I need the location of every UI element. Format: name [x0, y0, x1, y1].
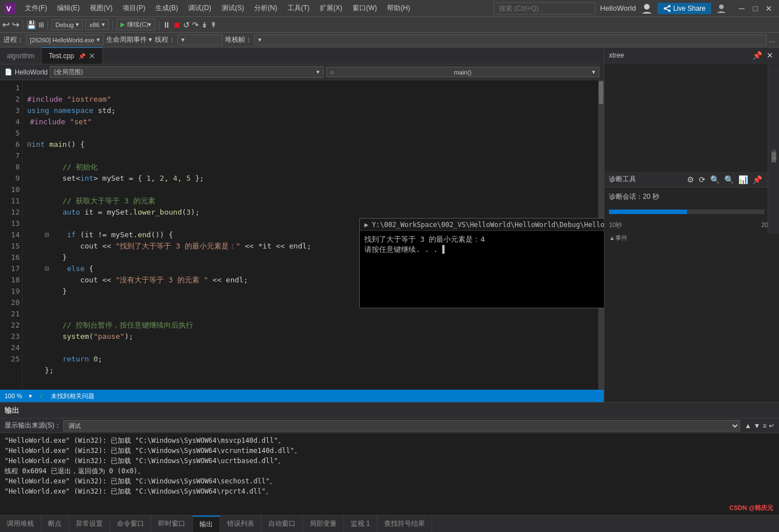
thread-dropdown[interactable]: ▾	[177, 34, 223, 45]
line-numbers: 12345 678910 1112131415 1617181920 21222…	[0, 80, 23, 390]
vs-logo: V	[5, 3, 16, 14]
right-panels: xtree 📌 ✕ 诊断工具 ⚙ ⟳ 🔍 🔍 📊 📌	[604, 47, 779, 402]
menu-analyze[interactable]: 分析(N)	[250, 1, 282, 15]
title-bar-right: HelloWorld Live Share ─ □ ✕	[494, 2, 774, 15]
bottom-tab-bar: 调用堆栈 断点 异常设置 命令窗口 即时窗口 输出 错误列表 自动窗口 局部变量…	[0, 515, 779, 532]
diag-settings-icon[interactable]: ⚙	[686, 174, 695, 185]
menu-test[interactable]: 测试(S)	[217, 1, 249, 15]
process-toolbar: 进程： [26260] HelloWorld.exe ▾ 生命周期事件 ▾ 线程…	[0, 33, 779, 47]
tab-output[interactable]: 输出	[193, 516, 220, 532]
diag-session-label: 诊断会话：20 秒	[609, 192, 774, 202]
toolbar-save[interactable]: 💾	[27, 20, 36, 29]
tab-locals[interactable]: 局部变量	[303, 516, 344, 532]
xtree-panel: xtree 📌 ✕	[604, 47, 779, 172]
output-source-label: 显示输出来源(S)：	[5, 421, 61, 430]
scope-dropdown[interactable]: (全局范围) ▾	[50, 66, 323, 78]
toolbar-step-into[interactable]: ↡	[201, 20, 208, 29]
tab-testcpp-label: Test.cpp	[49, 52, 74, 60]
tab-callstack[interactable]: 调用堆栈	[0, 516, 41, 532]
diag-events-label: ▲事件	[609, 234, 774, 242]
tab-pin-icon: 📌	[79, 53, 85, 59]
tab-algorithm[interactable]: algorithm	[0, 47, 42, 64]
toolbar-step-over[interactable]: ↷	[192, 20, 199, 29]
continue-button[interactable]: ▶ 继续(C)▾	[116, 19, 155, 30]
diag-progress-bar	[609, 210, 764, 214]
menu-file[interactable]: 文件(F)	[20, 1, 51, 15]
output-clear-icon[interactable]: ≡	[763, 422, 767, 430]
diag-zoom-out[interactable]: 🔍	[723, 174, 735, 185]
live-share-button[interactable]: Live Share	[658, 3, 711, 14]
minimize-button[interactable]: ─	[736, 3, 747, 14]
output-source-select[interactable]: 调试	[63, 420, 740, 431]
maximize-button[interactable]: □	[750, 3, 761, 14]
output-line-6: "HelloWorld.exe" (Win32): 已加载 "C:\Window…	[5, 486, 774, 496]
toolbar-stop[interactable]: ⏹	[173, 20, 181, 29]
output-toolbar: 显示输出来源(S)： 调试 ▲ ▼ ≡ ↵	[0, 418, 779, 433]
output-header: 输出	[0, 403, 779, 418]
tab-error-list[interactable]: 错误列表	[220, 516, 262, 532]
arch-dropdown[interactable]: x86 ▾	[85, 19, 109, 30]
file-label: HelloWorld	[15, 68, 47, 76]
function-dropdown[interactable]: ○ main() ▾	[326, 67, 599, 77]
tab-immediate[interactable]: 即时窗口	[151, 516, 193, 532]
process-dropdown[interactable]: [26260] HelloWorld.exe ▾	[26, 34, 104, 45]
tab-command-window[interactable]: 命令窗口	[110, 516, 151, 532]
diag-zoom-in[interactable]: 🔍	[709, 174, 721, 185]
profile-icon	[716, 3, 727, 14]
menu-edit[interactable]: 编辑(E)	[53, 1, 84, 15]
editor-panel: algorithm Test.cpp 📌 ✕ 📄 HelloWorld (全局范…	[0, 47, 604, 402]
toolbar-save-all[interactable]: ⊞	[38, 21, 44, 29]
stack-dropdown[interactable]: ▾	[254, 34, 767, 45]
menu-tools[interactable]: 工具(T)	[283, 1, 314, 15]
output-line-2: "HelloWorld.exe" (Win32): 已加载 "C:\Window…	[5, 446, 774, 456]
toolbar-pause[interactable]: ⏸	[163, 20, 171, 29]
toolbar-restart[interactable]: ↺	[183, 20, 190, 29]
diag-chart-icon[interactable]: 📊	[737, 174, 749, 185]
diag-refresh-icon[interactable]: ⟳	[698, 174, 707, 185]
toolbar-redo[interactable]: ↪	[12, 19, 19, 30]
zoom-dropdown[interactable]: ▾	[29, 393, 32, 400]
menu-build[interactable]: 生成(B)	[151, 1, 182, 15]
toolbar-step-out[interactable]: ↟	[210, 20, 217, 29]
xtree-close-icon[interactable]: ✕	[765, 50, 774, 61]
tab-auto[interactable]: 自动窗口	[262, 516, 303, 532]
diag-timeline	[609, 206, 774, 217]
xtree-pin-icon[interactable]: 📌	[751, 50, 763, 61]
toolbar-undo[interactable]: ↩	[2, 19, 10, 30]
title-bar: V 文件(F) 编辑(E) 视图(V) 项目(P) 生成(B) 调试(D) 测试…	[0, 0, 779, 17]
diag-time-labels: 10秒 20秒	[609, 221, 774, 229]
menu-project[interactable]: 项目(P)	[118, 1, 150, 15]
tab-test-cpp[interactable]: Test.cpp 📌 ✕	[42, 47, 103, 64]
output-wrap-icon[interactable]: ↵	[769, 422, 774, 430]
toolbar2-dots[interactable]: …	[769, 36, 776, 44]
menu-debug[interactable]: 调试(D)	[184, 1, 216, 15]
output-down-icon[interactable]: ▼	[754, 422, 760, 430]
toolbar-sep2	[47, 20, 48, 30]
console-line-2: 请按任意键继续. . . ▌	[364, 245, 604, 255]
tab-testcpp-close[interactable]: ✕	[89, 51, 95, 60]
menu-extensions[interactable]: 扩展(X)	[315, 1, 347, 15]
code-nav-bar: 📄 HelloWorld (全局范围) ▾ ○ main() ▾	[0, 64, 604, 80]
editor-scrollbar-thumb[interactable]	[599, 81, 603, 104]
menu-window[interactable]: 窗口(W)	[348, 1, 381, 15]
lifecycle-label[interactable]: 生命周期事件 ▾	[106, 35, 152, 45]
tab-algorithm-label: algorithm	[7, 52, 34, 60]
search-input[interactable]	[494, 2, 595, 15]
watermark: CSDN @韩庆元	[729, 504, 773, 512]
tab-find-symbol[interactable]: 查找符号结果	[377, 516, 432, 532]
menu-help[interactable]: 帮助(H)	[382, 1, 415, 15]
diag-pin-icon[interactable]: 📌	[751, 174, 763, 185]
close-button[interactable]: ✕	[763, 3, 774, 14]
menu-view[interactable]: 视图(V)	[85, 1, 117, 15]
editor-status-bar: 100 % ▾ ✓ 未找到相关问题	[0, 390, 604, 402]
tab-watch1[interactable]: 监视 1	[344, 516, 377, 532]
output-line-1: "HelloWorld.exe" (Win32): 已加载 "C:\Window…	[5, 435, 774, 446]
output-line-4: 线程 0x6094 已退出，返回值为 0 (0x0)。	[5, 466, 774, 476]
diag-10s: 10秒	[609, 221, 622, 229]
tab-exception-settings[interactable]: 异常设置	[69, 516, 110, 532]
tab-breakpoints[interactable]: 断点	[41, 516, 69, 532]
live-share-label: Live Share	[673, 5, 706, 12]
output-up-icon[interactable]: ▲	[745, 422, 751, 430]
stack-label: 堆栈帧：	[225, 35, 252, 45]
debug-mode-dropdown[interactable]: Debug ▾	[51, 19, 83, 30]
